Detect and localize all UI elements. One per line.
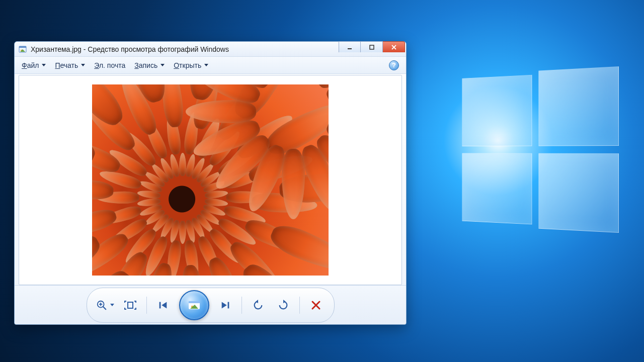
skip-next-icon <box>220 300 231 311</box>
menu-file[interactable]: Файл <box>22 61 46 69</box>
slideshow-button[interactable] <box>179 290 209 320</box>
zoom-button[interactable] <box>96 296 114 314</box>
svg-rect-9 <box>128 302 133 308</box>
rotate-cw-icon <box>278 300 289 311</box>
previous-button[interactable] <box>154 296 172 314</box>
menubar: Файл Печать Эл. почта Запись Открыть ? <box>15 57 406 74</box>
photo-viewer-icon <box>19 45 27 53</box>
magnifier-plus-icon <box>96 300 107 311</box>
maximize-button[interactable] <box>361 41 383 52</box>
menu-label: Печать <box>55 61 78 69</box>
separator <box>242 297 242 314</box>
menu-label: Запись <box>134 61 157 69</box>
help-icon: ? <box>392 61 396 69</box>
next-button[interactable] <box>216 296 234 314</box>
menu-burn[interactable]: Запись <box>134 61 165 69</box>
titlebar[interactable]: Хризантема.jpg - Средство просмотра фото… <box>15 42 406 57</box>
photo-viewer-window: Хризантема.jpg - Средство просмотра фото… <box>14 41 407 325</box>
windows-logo <box>462 70 619 231</box>
close-button[interactable] <box>383 41 405 52</box>
chevron-down-icon <box>204 64 208 66</box>
window-title: Хризантема.jpg - Средство просмотра фото… <box>31 45 229 53</box>
chevron-down-icon <box>110 304 114 306</box>
separator <box>299 297 300 314</box>
delete-x-icon <box>311 300 321 310</box>
separator <box>146 297 147 314</box>
svg-rect-14 <box>227 302 229 308</box>
svg-rect-4 <box>370 45 374 49</box>
svg-line-6 <box>103 306 106 309</box>
delete-button[interactable] <box>307 296 325 314</box>
control-bar <box>15 285 406 324</box>
menu-open[interactable]: Открыть <box>174 61 208 69</box>
rotate-ccw-button[interactable] <box>249 296 267 314</box>
menu-email[interactable]: Эл. почта <box>94 61 125 69</box>
chevron-down-icon <box>81 64 85 66</box>
rotate-cw-button[interactable] <box>274 296 292 314</box>
minimize-button[interactable] <box>339 41 361 52</box>
svg-rect-10 <box>159 302 160 308</box>
control-group <box>87 288 335 323</box>
image-viewport[interactable] <box>19 75 402 285</box>
menu-label: Эл. почта <box>94 61 125 69</box>
help-button[interactable]: ? <box>389 60 399 70</box>
displayed-image <box>92 84 329 276</box>
menu-label: Открыть <box>174 61 201 69</box>
svg-rect-3 <box>348 48 352 49</box>
skip-previous-icon <box>157 300 169 311</box>
fit-window-button[interactable] <box>121 296 139 314</box>
menu-label: Файл <box>22 61 39 69</box>
chevron-down-icon <box>160 64 165 66</box>
fit-window-icon <box>124 300 136 310</box>
window-control-buttons <box>339 41 405 52</box>
rotate-ccw-icon <box>253 300 264 311</box>
svg-rect-12 <box>189 301 200 303</box>
slideshow-icon <box>187 299 201 311</box>
menu-print[interactable]: Печать <box>55 61 85 69</box>
chevron-down-icon <box>42 64 46 66</box>
svg-rect-1 <box>19 46 26 48</box>
